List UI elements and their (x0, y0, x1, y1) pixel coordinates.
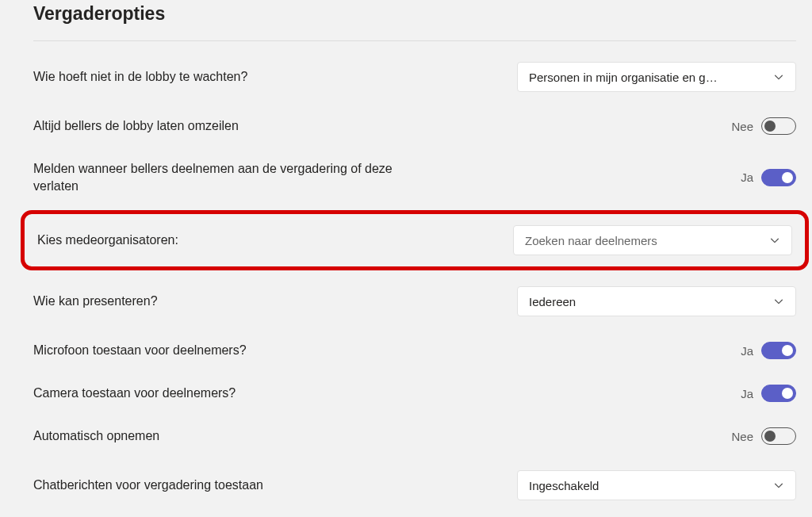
option-allow-camera: Camera toestaan voor deelnemers? Ja (33, 372, 796, 415)
option-label: Kies medeorganisatoren: (37, 232, 450, 249)
toggle-state-label: Ja (730, 170, 753, 184)
chevron-down-icon (773, 480, 784, 491)
option-control: Nee (730, 427, 796, 445)
option-allow-chat: Chatberichten voor vergadering toestaan … (33, 458, 796, 513)
presenters-dropdown[interactable]: Iedereen (517, 286, 796, 316)
option-control: Personen in mijn organisatie en g… (517, 62, 796, 92)
toggle-knob (782, 388, 793, 399)
allow-camera-toggle[interactable] (761, 385, 796, 402)
option-allow-reactions: Reacties toestaan Ja (33, 513, 796, 517)
option-label: Chatberichten voor vergadering toestaan (33, 477, 446, 494)
announce-callers-toggle[interactable] (761, 169, 796, 186)
option-control: Zoeken naar deelnemers (513, 225, 792, 255)
option-co-organizers: Kies medeorganisatoren: Zoeken naar deel… (34, 219, 795, 262)
option-control: Ja (730, 385, 796, 402)
option-control: Iedereen (517, 286, 796, 316)
option-control: Ingeschakeld (517, 470, 796, 500)
option-lobby-bypass: Wie hoeft niet in de lobby te wachten? P… (33, 49, 796, 105)
option-label: Melden wanneer bellers deelnemen aan de … (33, 160, 446, 194)
option-label: Automatisch opnemen (33, 427, 446, 445)
toggle-knob (764, 121, 776, 132)
section-divider (33, 40, 796, 41)
option-control: Ja (730, 169, 796, 186)
option-allow-mic: Microfoon toestaan voor deelnemers? Ja (33, 329, 796, 372)
callers-bypass-toggle[interactable] (761, 117, 796, 135)
meeting-options-panel: Vergaderopties Wie hoeft niet in de lobb… (0, 0, 812, 517)
toggle-knob (782, 345, 793, 356)
co-organizers-dropdown[interactable]: Zoeken naar deelnemers (513, 225, 792, 255)
option-control: Nee (730, 117, 796, 135)
option-label: Camera toestaan voor deelnemers? (33, 385, 446, 402)
toggle-state-label: Ja (730, 344, 753, 358)
dropdown-value: Ingeschakeld (529, 479, 599, 492)
option-announce-callers: Melden wanneer bellers deelnemen aan de … (33, 147, 796, 207)
option-label: Altijd bellers de lobby laten omzeilen (33, 117, 446, 135)
option-callers-bypass: Altijd bellers de lobby laten omzeilen N… (33, 105, 796, 147)
toggle-knob (764, 431, 776, 442)
option-label: Microfoon toestaan voor deelnemers? (33, 342, 446, 359)
auto-record-toggle[interactable] (761, 427, 796, 445)
dropdown-placeholder: Zoeken naar deelnemers (525, 234, 657, 247)
option-control: Ja (730, 342, 796, 359)
allow-chat-dropdown[interactable]: Ingeschakeld (517, 470, 796, 500)
option-label: Wie kan presenteren? (33, 293, 446, 310)
toggle-state-label: Nee (730, 120, 753, 133)
dropdown-value: Iedereen (529, 295, 576, 308)
allow-mic-toggle[interactable] (761, 342, 796, 359)
dropdown-value: Personen in mijn organisatie en g… (529, 71, 718, 84)
chevron-down-icon (769, 235, 780, 246)
option-auto-record: Automatisch opnemen Nee (33, 415, 796, 458)
toggle-knob (782, 172, 793, 183)
option-label: Wie hoeft niet in de lobby te wachten? (33, 68, 446, 86)
toggle-state-label: Ja (730, 387, 753, 400)
highlighted-option-box: Kies medeorganisatoren: Zoeken naar deel… (21, 210, 809, 270)
chevron-down-icon (773, 296, 784, 307)
page-title: Vergaderopties (33, 3, 796, 25)
chevron-down-icon (773, 71, 784, 82)
option-presenters: Wie kan presenteren? Iedereen (33, 274, 796, 329)
lobby-bypass-dropdown[interactable]: Personen in mijn organisatie en g… (517, 62, 796, 92)
toggle-state-label: Nee (730, 430, 753, 443)
